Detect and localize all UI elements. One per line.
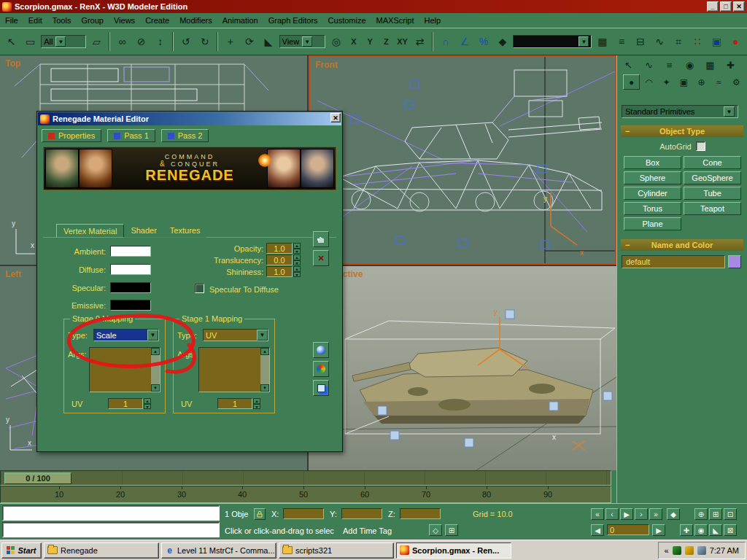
ambient-color-swatch[interactable] xyxy=(110,246,151,257)
pan-icon[interactable]: ✚ xyxy=(680,524,693,536)
spacewarps-category-icon[interactable]: ≈ xyxy=(711,74,727,90)
start-button[interactable]: Start xyxy=(1,542,42,559)
stage0-uv-field[interactable]: 1 xyxy=(108,398,143,409)
show-map-button[interactable] xyxy=(313,361,329,377)
menu-file[interactable]: File xyxy=(0,14,23,27)
stage0-type-dropdown[interactable]: Scale ▼ xyxy=(93,329,159,341)
zoom-all-icon[interactable]: ⊞ xyxy=(709,508,722,520)
named-selection-sets-dropdown[interactable]: ▼ xyxy=(513,35,592,48)
systems-category-icon[interactable]: ⚙ xyxy=(728,74,745,90)
modify-tab-icon[interactable]: ∿ xyxy=(639,57,659,73)
copy-material-button[interactable] xyxy=(313,380,329,396)
tab-pass-1[interactable]: Pass 1 xyxy=(107,129,155,142)
geosphere-button[interactable]: GeoSphere xyxy=(684,171,741,184)
cone-button[interactable]: Cone xyxy=(684,156,741,169)
emissive-color-swatch[interactable] xyxy=(110,300,151,311)
cylinder-button[interactable]: Cylinder xyxy=(624,187,681,200)
dialog-close-icon[interactable]: ✕ xyxy=(330,113,341,122)
subtab-textures[interactable]: Textures xyxy=(163,224,207,238)
stage1-uv-field[interactable]: 1 xyxy=(217,398,252,409)
update-shield-icon[interactable] xyxy=(685,546,694,555)
render-scene-icon[interactable]: ▣ xyxy=(708,33,725,50)
x-coordinate-field[interactable] xyxy=(283,508,324,519)
viewport-front[interactable]: Front xyxy=(309,55,616,265)
subtab-shader[interactable]: Shader xyxy=(124,224,163,238)
undo-icon[interactable]: ↺ xyxy=(177,33,194,50)
render-quick-icon[interactable]: ● xyxy=(727,33,744,50)
menu-animation[interactable]: Animation xyxy=(217,14,263,27)
select-and-rotate-icon[interactable]: ⟳ xyxy=(241,33,258,50)
menu-customize[interactable]: Customize xyxy=(323,14,371,27)
axis-constraint-icon[interactable]: ⊞ xyxy=(445,524,458,536)
object-name-field[interactable]: default xyxy=(622,255,725,268)
autogrid-checkbox[interactable] xyxy=(696,141,705,151)
maxscript-mini-listener-bottom[interactable] xyxy=(2,522,220,537)
restrict-z-icon[interactable]: Z xyxy=(379,33,393,50)
volume-icon[interactable] xyxy=(697,546,706,555)
stage1-uv-spinner[interactable] xyxy=(253,398,260,409)
title-bar[interactable]: Scorpion.gmax - RenX - W3D Modeler Editi… xyxy=(0,0,747,13)
select-by-name-icon[interactable]: ▱ xyxy=(88,33,105,50)
select-and-move-icon[interactable]: + xyxy=(222,33,239,50)
goto-start-button[interactable]: « xyxy=(591,508,604,520)
unlink-icon[interactable]: ⊘ xyxy=(133,33,150,50)
maximize-viewport-icon[interactable]: ⊠ xyxy=(724,524,737,536)
sphere-button[interactable]: Sphere xyxy=(624,171,681,184)
restrict-y-icon[interactable]: Y xyxy=(363,33,377,50)
key-mode-button[interactable]: ◆ xyxy=(667,508,680,520)
angle-snap-icon[interactable]: ∠ xyxy=(456,33,473,50)
teapot-button[interactable]: Teapot xyxy=(684,202,741,215)
viewport-perspective[interactable]: Perspective xyxy=(309,266,616,470)
selection-lock-icon[interactable] xyxy=(254,508,266,520)
lights-category-icon[interactable]: ✦ xyxy=(658,74,675,90)
isometric-cube-icon[interactable]: ◇ xyxy=(429,524,442,536)
taskbar-item-scripts321[interactable]: scripts321 xyxy=(279,542,394,559)
add-time-tag[interactable]: Add Time Tag xyxy=(343,526,392,535)
specular-to-diffuse-checkbox[interactable] xyxy=(195,284,204,293)
delete-material-button[interactable]: ✕ xyxy=(313,250,329,266)
menu-group[interactable]: Group xyxy=(76,14,109,27)
object-type-rollout[interactable]: − Object Type xyxy=(621,125,743,137)
taskbar-item-level11[interactable]: e Level 11 MstrCf - Comma... xyxy=(161,542,276,559)
stage0-uv-spinner[interactable] xyxy=(144,398,151,409)
zoom-extents-icon[interactable]: ⊡ xyxy=(724,508,737,520)
maxscript-mini-listener-top[interactable] xyxy=(2,505,220,521)
motion-tab-icon[interactable]: ◉ xyxy=(680,57,700,73)
selection-filter-dropdown[interactable]: All ▼ xyxy=(41,35,86,48)
cameras-category-icon[interactable]: ▣ xyxy=(676,74,692,90)
specular-color-swatch[interactable] xyxy=(110,282,151,293)
display-tab-icon[interactable]: ▦ xyxy=(700,57,720,73)
primitive-set-dropdown[interactable]: Standard Primitives ▼ xyxy=(622,105,738,118)
material-editor-icon[interactable]: ∷ xyxy=(689,33,706,50)
shininess-field[interactable]: 1.0 xyxy=(266,266,293,277)
z-coordinate-field[interactable] xyxy=(400,508,441,519)
tube-button[interactable]: Tube xyxy=(684,187,741,200)
restrict-xy-icon[interactable]: XY xyxy=(395,33,409,50)
menu-tools[interactable]: Tools xyxy=(47,14,77,27)
zoom-icon[interactable]: ⊕ xyxy=(694,508,708,520)
time-slider[interactable]: 0 / 100 xyxy=(4,472,71,484)
name-color-rollout[interactable]: − Name and Color xyxy=(621,239,743,251)
taskbar-item-scorpion-gmax[interactable]: Scorpion.gmax - Ren... xyxy=(396,542,511,559)
goto-end-button[interactable]: » xyxy=(649,508,662,520)
tab-pass-2[interactable]: Pass 2 xyxy=(161,129,209,142)
tab-properties[interactable]: Properties xyxy=(42,129,101,142)
minimize-button[interactable]: _ xyxy=(707,1,719,12)
rectangular-selection-region-icon[interactable]: ▭ xyxy=(22,33,39,50)
maximize-button[interactable]: □ xyxy=(720,1,732,12)
geometry-category-icon[interactable]: ● xyxy=(623,74,640,90)
menu-modifiers[interactable]: Modifiers xyxy=(174,14,217,27)
schematic-view-icon[interactable]: ⌗ xyxy=(670,33,687,50)
menu-maxscript[interactable]: MAXScript xyxy=(371,14,419,27)
stage1-args-textarea[interactable]: ▲▼ xyxy=(198,347,270,392)
play-button[interactable]: ▶ xyxy=(620,508,633,520)
select-and-scale-icon[interactable]: ◣ xyxy=(260,33,276,50)
stage1-type-dropdown[interactable]: UV ▼ xyxy=(203,329,268,341)
field-of-view-icon[interactable]: ◣ xyxy=(709,524,722,536)
restrict-x-icon[interactable]: X xyxy=(347,33,360,50)
object-color-swatch[interactable] xyxy=(728,255,741,268)
translucency-field[interactable]: 0.0 xyxy=(266,254,293,265)
next-frame-button[interactable]: › xyxy=(635,508,648,520)
box-button[interactable]: Box xyxy=(624,156,681,169)
create-tab-icon[interactable]: ↖ xyxy=(619,57,638,73)
